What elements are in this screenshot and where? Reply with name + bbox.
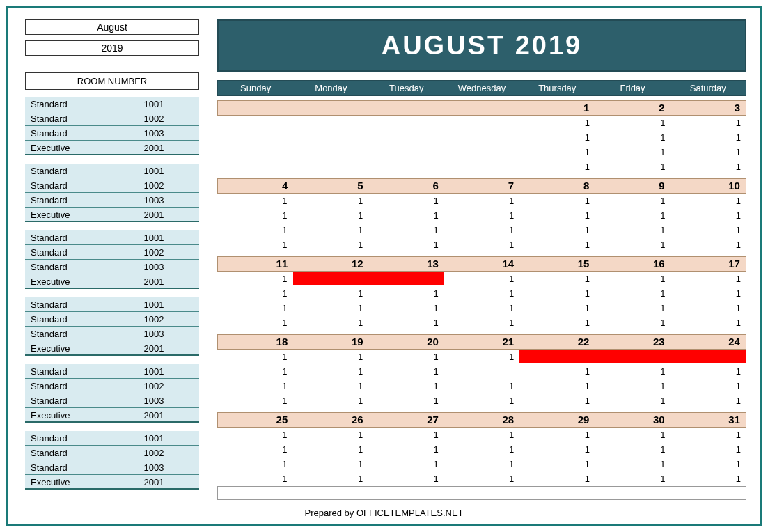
- date-cell[interactable]: 19: [293, 335, 368, 349]
- date-cell[interactable]: 6: [369, 179, 444, 193]
- availability-cell[interactable]: [293, 145, 369, 159]
- availability-cell[interactable]: 1: [217, 301, 293, 315]
- date-cell[interactable]: 12: [293, 257, 368, 271]
- availability-cell[interactable]: 1: [519, 159, 595, 174]
- availability-cell[interactable]: 1: [444, 237, 520, 252]
- availability-cell[interactable]: 1: [519, 364, 595, 379]
- availability-cell[interactable]: 1: [293, 223, 369, 237]
- availability-cell[interactable]: 1: [217, 442, 293, 457]
- date-cell[interactable]: 24: [671, 335, 746, 349]
- date-cell[interactable]: 25: [218, 413, 293, 427]
- availability-cell[interactable]: [217, 145, 293, 159]
- availability-cell[interactable]: 1: [368, 301, 444, 315]
- availability-cell[interactable]: [368, 145, 444, 159]
- availability-cell[interactable]: 1: [519, 428, 595, 442]
- availability-cell[interactable]: 1: [293, 364, 369, 379]
- date-cell[interactable]: 28: [444, 413, 519, 427]
- availability-cell[interactable]: 1: [595, 301, 671, 315]
- date-cell[interactable]: 15: [519, 257, 595, 271]
- availability-cell[interactable]: 1: [595, 237, 671, 252]
- availability-cell[interactable]: 1: [595, 364, 671, 379]
- availability-cell[interactable]: 1: [595, 457, 671, 471]
- availability-cell[interactable]: 1: [444, 223, 520, 237]
- availability-cell[interactable]: 1: [595, 159, 671, 174]
- availability-cell[interactable]: 1: [293, 350, 369, 364]
- availability-cell[interactable]: 1: [519, 315, 595, 330]
- date-cell[interactable]: 11: [218, 257, 293, 271]
- availability-cell[interactable]: [368, 116, 444, 130]
- availability-cell[interactable]: [293, 159, 369, 174]
- availability-cell[interactable]: [368, 272, 444, 286]
- availability-cell[interactable]: [217, 130, 293, 145]
- availability-cell[interactable]: [368, 159, 444, 174]
- availability-cell[interactable]: 1: [293, 471, 369, 486]
- availability-cell[interactable]: 1: [217, 457, 293, 471]
- availability-cell[interactable]: 1: [444, 208, 520, 223]
- date-cell[interactable]: 3: [671, 101, 746, 115]
- date-cell[interactable]: 16: [595, 257, 670, 271]
- availability-cell[interactable]: [217, 159, 293, 174]
- availability-cell[interactable]: 1: [368, 379, 444, 393]
- date-cell[interactable]: 17: [671, 257, 746, 271]
- availability-cell[interactable]: 1: [671, 194, 746, 208]
- availability-cell[interactable]: 1: [671, 315, 746, 330]
- availability-cell[interactable]: [444, 130, 520, 145]
- availability-cell[interactable]: [293, 272, 369, 286]
- availability-cell[interactable]: 1: [519, 286, 595, 301]
- availability-cell[interactable]: 1: [444, 272, 520, 286]
- availability-cell[interactable]: 1: [293, 442, 369, 457]
- availability-cell[interactable]: 1: [293, 194, 369, 208]
- availability-cell[interactable]: 1: [595, 379, 671, 393]
- date-cell[interactable]: 31: [671, 413, 746, 427]
- availability-cell[interactable]: 1: [217, 286, 293, 301]
- availability-cell[interactable]: 1: [217, 315, 293, 330]
- date-cell[interactable]: 13: [369, 257, 444, 271]
- date-cell[interactable]: 2: [595, 101, 670, 115]
- availability-cell[interactable]: 1: [217, 379, 293, 393]
- availability-cell[interactable]: 1: [368, 457, 444, 471]
- availability-cell[interactable]: 1: [595, 428, 671, 442]
- availability-cell[interactable]: 1: [671, 208, 746, 223]
- availability-cell[interactable]: 1: [444, 442, 520, 457]
- availability-cell[interactable]: 1: [368, 364, 444, 379]
- availability-cell[interactable]: 1: [217, 237, 293, 252]
- availability-cell[interactable]: 1: [595, 130, 671, 145]
- date-cell[interactable]: 27: [369, 413, 444, 427]
- availability-cell[interactable]: [519, 350, 595, 364]
- availability-cell[interactable]: 1: [217, 393, 293, 408]
- availability-cell[interactable]: 1: [519, 457, 595, 471]
- availability-cell[interactable]: 1: [444, 286, 520, 301]
- availability-cell[interactable]: 1: [519, 194, 595, 208]
- date-cell[interactable]: [444, 101, 519, 115]
- availability-cell[interactable]: 1: [217, 364, 293, 379]
- availability-cell[interactable]: 1: [293, 208, 369, 223]
- availability-cell[interactable]: 1: [368, 471, 444, 486]
- date-cell[interactable]: 18: [218, 335, 293, 349]
- availability-cell[interactable]: 1: [671, 301, 746, 315]
- date-cell[interactable]: 21: [444, 335, 519, 349]
- date-cell[interactable]: 26: [293, 413, 368, 427]
- availability-cell[interactable]: 1: [595, 315, 671, 330]
- availability-cell[interactable]: 1: [671, 428, 746, 442]
- availability-cell[interactable]: 1: [293, 301, 369, 315]
- availability-cell[interactable]: 1: [595, 145, 671, 159]
- availability-cell[interactable]: 1: [368, 393, 444, 408]
- availability-cell[interactable]: 1: [595, 116, 671, 130]
- date-cell[interactable]: 4: [218, 179, 293, 193]
- availability-cell[interactable]: 1: [293, 286, 369, 301]
- availability-cell[interactable]: 1: [671, 286, 746, 301]
- availability-cell[interactable]: 1: [444, 194, 520, 208]
- availability-cell[interactable]: 1: [368, 442, 444, 457]
- availability-cell[interactable]: [444, 145, 520, 159]
- date-cell[interactable]: 10: [671, 179, 746, 193]
- availability-cell[interactable]: 1: [368, 428, 444, 442]
- availability-cell[interactable]: 1: [368, 194, 444, 208]
- date-cell[interactable]: 8: [519, 179, 595, 193]
- availability-cell[interactable]: 1: [519, 130, 595, 145]
- availability-cell[interactable]: 1: [595, 223, 671, 237]
- availability-cell[interactable]: [293, 116, 369, 130]
- availability-cell[interactable]: 1: [444, 471, 520, 486]
- availability-cell[interactable]: 1: [444, 457, 520, 471]
- availability-cell[interactable]: 1: [519, 471, 595, 486]
- availability-cell[interactable]: 1: [671, 116, 746, 130]
